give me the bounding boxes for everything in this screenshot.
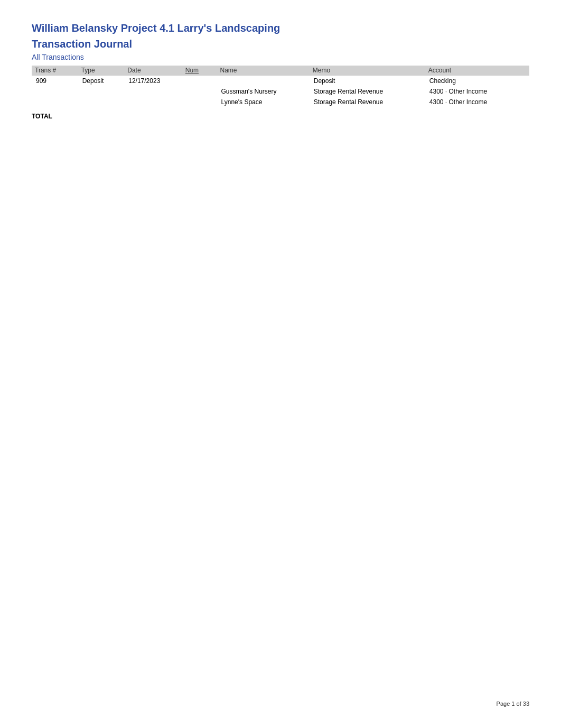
cell-account: 4300 · Other Income — [425, 97, 529, 107]
cell-name: Lynne's Space — [217, 97, 310, 107]
cell-num — [182, 97, 217, 107]
col-header-type: Type — [78, 66, 125, 76]
cell-date — [124, 86, 182, 97]
cell-type: Deposit — [78, 76, 125, 87]
col-header-name: Name — [217, 66, 310, 76]
cell-name — [217, 76, 310, 87]
report-header: William Belansky Project 4.1 Larry's Lan… — [32, 21, 529, 61]
report-subtitle: Transaction Journal — [32, 37, 529, 51]
cell-date: 12/17/2023 — [124, 76, 182, 87]
cell-memo: Storage Rental Revenue — [310, 86, 425, 97]
cell-trans — [32, 97, 78, 107]
cell-type — [78, 97, 125, 107]
cell-trans — [32, 86, 78, 97]
cell-type — [78, 86, 125, 97]
report-filter: All Transactions — [32, 53, 529, 61]
table-row: Lynne's SpaceStorage Rental Revenue4300 … — [32, 97, 529, 107]
cell-trans: 909 — [32, 76, 78, 87]
cell-num — [182, 76, 217, 87]
page-number: Page 1 of 33 — [497, 701, 529, 707]
report-title: William Belansky Project 4.1 Larry's Lan… — [32, 21, 529, 35]
cell-name: Gussman's Nursery — [217, 86, 310, 97]
col-header-trans: Trans # — [32, 66, 78, 76]
cell-account: 4300 · Other Income — [425, 86, 529, 97]
cell-date — [124, 97, 182, 107]
cell-memo: Storage Rental Revenue — [310, 97, 425, 107]
transaction-table: Trans # Type Date Num Name Memo Account … — [32, 66, 529, 107]
col-header-memo: Memo — [310, 66, 425, 76]
total-label: TOTAL — [32, 113, 529, 120]
cell-memo: Deposit — [310, 76, 425, 87]
table-row: Gussman's NurseryStorage Rental Revenue4… — [32, 86, 529, 97]
table-row: 909Deposit12/17/2023DepositChecking — [32, 76, 529, 87]
col-header-date: Date — [124, 66, 182, 76]
col-header-account: Account — [425, 66, 529, 76]
col-header-num: Num — [182, 66, 217, 76]
cell-account: Checking — [425, 76, 529, 87]
cell-num — [182, 86, 217, 97]
